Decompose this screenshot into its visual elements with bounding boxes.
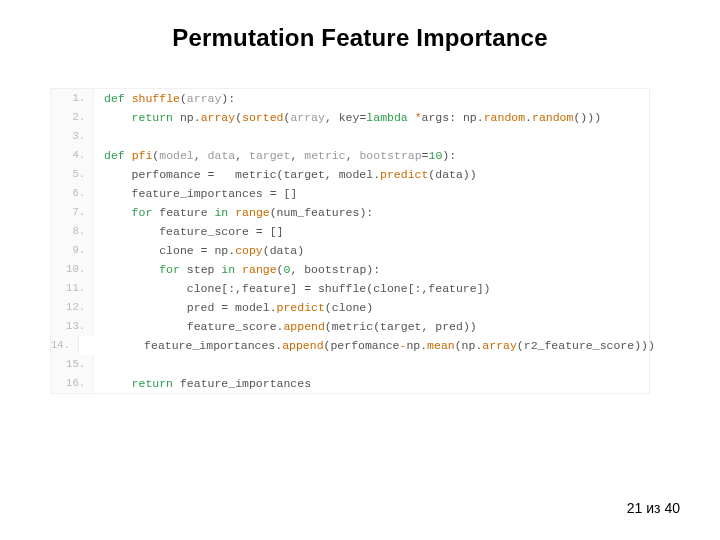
code-line: 16. return feature_importances <box>51 374 649 393</box>
code-token <box>104 206 132 219</box>
code-line: 4.def pfi(model, data, target, metric, b… <box>51 146 649 165</box>
code-token: append <box>283 320 324 333</box>
code-token: feature_score = [] <box>104 225 283 238</box>
code-line: 5. perfomance = metric(target, model.pre… <box>51 165 649 184</box>
code-line: 1.def shuffle(array): <box>51 89 649 108</box>
code-line: 9. clone = np.copy(data) <box>51 241 649 260</box>
line-number: 15. <box>51 355 94 374</box>
code-token: clone[:,feature] = shuffle(clone[:,featu… <box>104 282 490 295</box>
line-number: 4. <box>51 146 94 165</box>
page-counter: 21 из 40 <box>627 500 680 516</box>
code-token: array <box>290 111 325 124</box>
code-token: = <box>422 149 429 162</box>
code-token: array <box>482 339 517 352</box>
code-token: target <box>249 149 290 162</box>
code-content: feature_score.append(metric(target, pred… <box>94 317 477 336</box>
code-token: shuffle <box>132 92 180 105</box>
code-token: predict <box>277 301 325 314</box>
line-number: 9. <box>51 241 94 260</box>
code-content: return np.array(sorted(array, key=lambda… <box>94 108 601 127</box>
line-number: 3. <box>51 127 94 146</box>
code-token <box>125 149 132 162</box>
line-number: 16. <box>51 374 94 393</box>
code-content: clone = np.copy(data) <box>94 241 304 260</box>
code-token: np. <box>406 339 427 352</box>
code-line: 15. <box>51 355 649 374</box>
code-token: , bootstrap): <box>290 263 380 276</box>
code-token: feature_importances = [] <box>104 187 297 200</box>
code-content: feature_importances = [] <box>94 184 297 203</box>
code-token: ( <box>277 263 284 276</box>
code-content: for feature in range(num_features): <box>94 203 373 222</box>
code-content: perfomance = metric(target, model.predic… <box>94 165 477 184</box>
code-token: ): <box>442 149 456 162</box>
code-content: clone[:,feature] = shuffle(clone[:,featu… <box>94 279 490 298</box>
code-content: feature_importances.append(perfomance-np… <box>79 336 655 355</box>
code-token: , <box>346 149 360 162</box>
code-token: range <box>242 263 277 276</box>
code-token: ( <box>180 92 187 105</box>
page-total: 40 <box>664 500 680 516</box>
code-token: , key= <box>325 111 366 124</box>
code-token: (np. <box>455 339 483 352</box>
code-token: pred = model. <box>104 301 277 314</box>
code-token: perfomance = metric(target, model. <box>104 168 380 181</box>
code-token: ())) <box>573 111 601 124</box>
slide: Permutation Feature Importance 1.def shu… <box>0 0 720 540</box>
code-token <box>104 377 132 390</box>
code-token: return <box>132 111 173 124</box>
code-token: metric <box>304 149 345 162</box>
code-token: array <box>201 111 236 124</box>
page-sep: из <box>646 500 660 516</box>
code-token: array <box>187 92 222 105</box>
code-line: 8. feature_score = [] <box>51 222 649 241</box>
code-content: for step in range(0, bootstrap): <box>94 260 380 279</box>
code-token: mean <box>427 339 455 352</box>
code-token: , <box>290 149 304 162</box>
line-number: 5. <box>51 165 94 184</box>
code-token: (metric(target, pred)) <box>325 320 477 333</box>
line-number: 12. <box>51 298 94 317</box>
code-token: return <box>132 377 173 390</box>
code-token: pfi <box>132 149 153 162</box>
code-content: feature_score = [] <box>94 222 283 241</box>
code-token: for <box>132 206 153 219</box>
line-number: 6. <box>51 184 94 203</box>
code-token: . <box>525 111 532 124</box>
code-token: np. <box>173 111 201 124</box>
line-number: 2. <box>51 108 94 127</box>
code-token: step <box>180 263 221 276</box>
code-content: pred = model.predict(clone) <box>94 298 373 317</box>
code-token: feature_importances. <box>89 339 282 352</box>
code-token: feature_score. <box>104 320 283 333</box>
code-token: append <box>282 339 323 352</box>
code-token: predict <box>380 168 428 181</box>
code-token: (data) <box>263 244 304 257</box>
code-token <box>104 263 159 276</box>
code-token: sorted <box>242 111 283 124</box>
code-content: def pfi(model, data, target, metric, boo… <box>94 146 456 165</box>
code-block: 1.def shuffle(array):2. return np.array(… <box>50 88 650 394</box>
code-line: 10. for step in range(0, bootstrap): <box>51 260 649 279</box>
code-token: (r2_feature_score))) <box>517 339 655 352</box>
code-token: feature_importances <box>173 377 311 390</box>
page-title: Permutation Feature Importance <box>0 24 720 52</box>
code-line: 14. feature_importances.append(perfomanc… <box>51 336 649 355</box>
code-token: 10 <box>429 149 443 162</box>
code-line: 12. pred = model.predict(clone) <box>51 298 649 317</box>
code-token: (num_features): <box>270 206 374 219</box>
code-content <box>94 355 104 374</box>
code-token: random <box>532 111 573 124</box>
code-token: range <box>235 206 270 219</box>
line-number: 1. <box>51 89 94 108</box>
code-content: return feature_importances <box>94 374 311 393</box>
code-token: args: np. <box>422 111 484 124</box>
code-token <box>408 111 415 124</box>
code-token <box>125 92 132 105</box>
code-token: random <box>484 111 525 124</box>
code-line: 7. for feature in range(num_features): <box>51 203 649 222</box>
code-token: , <box>194 149 208 162</box>
code-token: ): <box>221 92 235 105</box>
line-number: 8. <box>51 222 94 241</box>
code-token: clone = np. <box>104 244 235 257</box>
